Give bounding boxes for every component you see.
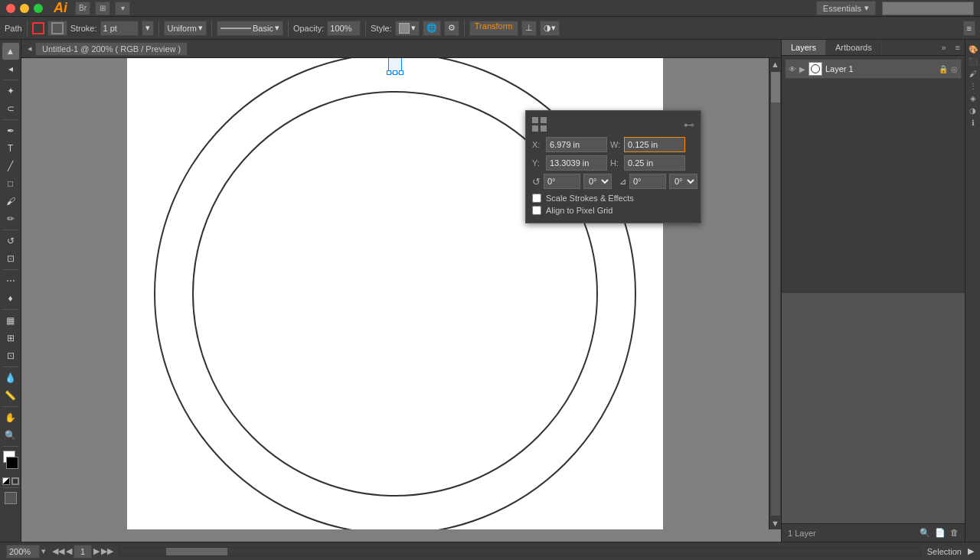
essentials-button[interactable]: Essentials ▾ — [816, 1, 876, 15]
panel-bottom: 1 Layer 🔍 📄 🗑 — [782, 523, 965, 542]
scale-tool[interactable]: ⊡ — [2, 250, 19, 267]
direct-selection-tool[interactable]: ◂ — [2, 60, 19, 77]
scroll-thumb[interactable] — [771, 72, 780, 103]
h-input[interactable] — [624, 155, 685, 171]
artboard-tool[interactable]: ⊞ — [2, 330, 19, 347]
blend-tool[interactable]: ⋯ — [2, 272, 19, 289]
pencil-tool[interactable]: ✏ — [2, 210, 19, 227]
slice-tool[interactable]: ⊡ — [2, 347, 19, 364]
workspace-icon[interactable]: ▾ — [115, 2, 130, 15]
opacity-input[interactable] — [327, 21, 361, 36]
appearance-icon[interactable]: ◑ — [967, 104, 979, 116]
rotate-tool[interactable]: ↺ — [2, 233, 19, 249]
layer-lock-icon[interactable]: 🔒 — [939, 65, 948, 73]
stroke-unit-button[interactable]: ▾ — [142, 21, 154, 36]
lasso-tool[interactable]: ⊂ — [2, 100, 19, 117]
panel-close-icon[interactable]: ≡ — [951, 40, 965, 55]
align-pixel-checkbox[interactable] — [532, 206, 541, 215]
none-color[interactable] — [2, 477, 10, 485]
vertical-scrollbar[interactable]: ▲ ▼ — [769, 58, 781, 529]
prev-artboard-button[interactable]: ◀◀ — [52, 546, 64, 556]
handle-br[interactable] — [399, 70, 403, 75]
rect-tool[interactable]: □ — [2, 175, 19, 192]
color-modes — [2, 477, 19, 485]
brush-tool[interactable]: 🖌 — [2, 193, 19, 210]
graphic-styles-icon[interactable]: ◈ — [967, 92, 979, 104]
stroke-color-button[interactable] — [47, 21, 67, 36]
w-input[interactable] — [624, 137, 685, 152]
color-guide-icon[interactable]: 🎨 — [967, 43, 979, 55]
normal-mode[interactable] — [5, 492, 17, 504]
document-tab[interactable]: Untitled-1 @ 200% ( RGB / Preview ) — [35, 42, 188, 56]
graph-tool[interactable]: ▦ — [2, 312, 19, 329]
layers-tab[interactable]: Layers — [782, 40, 826, 55]
layer-expand-icon[interactable]: ▶ — [799, 65, 805, 73]
scale-strokes-checkbox[interactable] — [532, 194, 541, 203]
delete-layer-icon[interactable]: 🗑 — [950, 528, 959, 538]
tab-collapse-icon[interactable]: ◂ — [28, 44, 32, 54]
transform-button[interactable]: Transform — [469, 21, 518, 36]
type-tool[interactable]: T — [2, 140, 19, 157]
stroke-value-input[interactable] — [100, 21, 139, 36]
zoom-dropdown-arrow[interactable]: ▾ — [41, 546, 46, 556]
eyedropper-tool[interactable]: 💧 — [2, 370, 19, 386]
swatches-icon[interactable]: ⬛ — [967, 55, 979, 67]
handle-bl[interactable] — [387, 70, 391, 75]
line-tool[interactable]: ╱ — [2, 158, 19, 174]
y-input[interactable] — [546, 155, 607, 171]
rotate-select[interactable]: 0° — [583, 174, 612, 189]
search-input[interactable] — [882, 2, 974, 15]
stroke-style-button[interactable]: Uniform ▾ — [164, 21, 207, 36]
hand-tool[interactable]: ✋ — [2, 409, 19, 426]
bridge-icon[interactable]: Br — [75, 2, 90, 15]
layer-visibility-icon[interactable]: 👁 — [789, 65, 796, 73]
zoom-input[interactable] — [6, 545, 40, 558]
gradient-color[interactable] — [11, 477, 19, 485]
minimize-button[interactable] — [20, 4, 29, 13]
fill-color-swatch[interactable] — [32, 22, 44, 34]
layout-icon[interactable]: ⊞ — [95, 2, 110, 15]
maximize-button[interactable] — [34, 4, 43, 13]
statusbar: ▾ ◀◀ ◀ ▶ ▶▶ Selection ▶ — [0, 542, 980, 560]
more-options-button[interactable]: ≡ — [963, 21, 975, 36]
settings-icon-button[interactable]: ⚙ — [444, 21, 459, 36]
next-artboard-button[interactable]: ▶▶ — [101, 546, 113, 556]
zoom-tool[interactable]: 🔍 — [2, 427, 19, 444]
layer-1-item[interactable]: 👁 ▶ Layer 1 🔒 ◎ — [785, 59, 962, 79]
rotate-input[interactable] — [544, 174, 580, 189]
symbols-icon[interactable]: ⋮ — [967, 80, 979, 92]
brushes-icon[interactable]: 🖌 — [967, 67, 979, 80]
link-icon[interactable]: ⊷ — [684, 119, 694, 131]
layer-target-icon[interactable]: ◎ — [951, 65, 958, 73]
horizontal-scroll-thumb[interactable] — [166, 548, 227, 555]
x-input[interactable] — [546, 137, 607, 152]
grid-icon[interactable] — [532, 117, 547, 132]
prev-page-button[interactable]: ◀ — [66, 546, 72, 556]
artboard-number-input[interactable] — [74, 545, 92, 558]
artboards-tab[interactable]: Artboards — [826, 40, 882, 55]
stroke-swatch[interactable] — [6, 457, 18, 469]
info-icon[interactable]: ℹ — [967, 116, 979, 129]
globe-icon-button[interactable]: 🌐 — [423, 21, 441, 36]
pen-tool[interactable]: ✒ — [2, 122, 19, 139]
measure-tool[interactable]: 📏 — [2, 387, 19, 404]
shear-input[interactable] — [629, 174, 666, 189]
next-page-button[interactable]: ▶ — [93, 546, 100, 556]
close-button[interactable] — [6, 4, 15, 13]
symbol-tool[interactable]: ♦ — [2, 290, 19, 307]
align-button[interactable]: ⊥ — [521, 21, 537, 36]
scroll-up-button[interactable]: ▲ — [771, 58, 779, 70]
horizontal-scrollbar[interactable] — [119, 547, 921, 556]
selection-tool[interactable]: ▲ — [2, 43, 19, 60]
add-layer-icon[interactable]: 📄 — [935, 528, 946, 538]
pathfinder-button[interactable]: ◑▾ — [540, 21, 560, 36]
search-panel-icon[interactable]: 🔍 — [920, 528, 930, 538]
status-play-icon[interactable]: ▶ — [968, 546, 974, 556]
magic-wand-tool[interactable]: ✦ — [2, 83, 19, 99]
shear-select[interactable]: 0° — [669, 174, 697, 189]
handle-bm[interactable] — [393, 70, 397, 75]
stroke-profile-button[interactable]: Basic ▾ — [217, 21, 283, 36]
scroll-down-button[interactable]: ▼ — [771, 517, 779, 529]
panel-menu-icon[interactable]: » — [936, 40, 950, 55]
style-button[interactable]: ▾ — [395, 21, 420, 36]
